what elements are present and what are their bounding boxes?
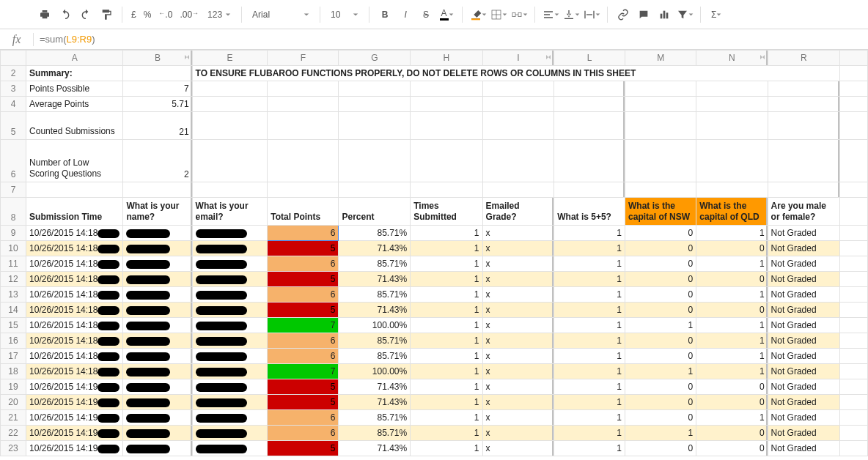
cell[interactable]: 1 (554, 287, 625, 303)
cell[interactable]: Not Graded (768, 379, 840, 395)
cell[interactable]: 1 (411, 426, 482, 441)
cell[interactable]: 1 (411, 287, 482, 303)
col-header[interactable]: N (696, 51, 768, 66)
cell[interactable]: 1 (696, 256, 768, 272)
cell[interactable]: 1 (554, 379, 625, 395)
cell[interactable]: x (482, 379, 554, 395)
cell[interactable]: 1 (696, 318, 768, 333)
cell[interactable]: 1 (696, 226, 768, 241)
cell[interactable]: 85.71% (339, 349, 411, 364)
cell[interactable]: 1 (411, 303, 482, 318)
font-family-dropdown[interactable]: Arial (248, 10, 314, 20)
cell[interactable] (192, 287, 268, 303)
cell[interactable] (192, 256, 268, 272)
cell[interactable]: 10/26/2015 14:18 (26, 318, 123, 333)
cell[interactable]: 1 (411, 395, 482, 410)
cell[interactable]: x (482, 303, 554, 318)
cell[interactable]: 0 (696, 303, 768, 318)
cell[interactable]: 0 (625, 349, 696, 364)
table-row[interactable]: 9 10/26/2015 14:18 6 85.71% 1 x 1 0 1 No… (1, 226, 868, 241)
currency-pound-button[interactable]: £ (128, 10, 139, 20)
cell[interactable]: 10/26/2015 14:18 (26, 287, 123, 303)
column-expand-icon[interactable] (545, 53, 552, 63)
number-format-dropdown[interactable]: 123 (203, 10, 235, 20)
cell[interactable] (123, 441, 192, 456)
cell[interactable]: x (482, 410, 554, 426)
table-row[interactable]: 12 10/26/2015 14:18 5 71.43% 1 x 1 0 0 N… (1, 272, 868, 287)
col-header[interactable]: I (482, 51, 554, 66)
spreadsheet[interactable]: A B E F G H I L M N R 2Summary:TO ENSURE… (0, 50, 868, 460)
cell[interactable]: Average Points (26, 97, 123, 112)
cell-total-points[interactable]: 5 (268, 395, 339, 410)
link-icon[interactable] (614, 5, 633, 24)
cell[interactable]: 85.71% (339, 256, 411, 272)
cell[interactable]: 0 (625, 441, 696, 456)
cell[interactable]: 0 (625, 241, 696, 256)
cell[interactable]: Not Graded (768, 441, 840, 456)
cell[interactable]: 0 (696, 379, 768, 395)
table-row[interactable]: 20 10/26/2015 14:19 5 71.43% 1 x 1 0 0 N… (1, 395, 868, 410)
cell[interactable]: Are you male or female? (768, 198, 840, 226)
increase-decimal-button[interactable]: .00→ (177, 10, 202, 20)
cell-total-points[interactable]: 6 (268, 256, 339, 272)
cell[interactable] (192, 395, 268, 410)
cell[interactable]: x (482, 426, 554, 441)
cell[interactable]: 0 (625, 287, 696, 303)
chart-icon[interactable] (655, 5, 674, 24)
cell[interactable]: 1 (625, 318, 696, 333)
cell-total-points[interactable]: 5 (268, 441, 339, 456)
cell[interactable]: 0 (625, 379, 696, 395)
cell-total-points[interactable]: 6 (268, 333, 339, 349)
cell[interactable] (123, 272, 192, 287)
cell[interactable]: Points Possible (26, 81, 123, 97)
cell[interactable]: 1 (554, 303, 625, 318)
cell-total-points[interactable]: 6 (268, 287, 339, 303)
cell[interactable] (123, 364, 192, 379)
h-align-button[interactable] (541, 5, 560, 24)
cell[interactable]: Counted Submissions (26, 112, 123, 140)
cell[interactable]: 1 (411, 441, 482, 456)
cell[interactable]: 10/26/2015 14:18 (26, 364, 123, 379)
cell[interactable]: 0 (625, 410, 696, 426)
cell[interactable]: 71.43% (339, 272, 411, 287)
cell[interactable]: 1 (625, 364, 696, 379)
cell[interactable]: 1 (411, 226, 482, 241)
cell[interactable]: 10/26/2015 14:19 (26, 441, 123, 456)
table-row[interactable]: 14 10/26/2015 14:18 5 71.43% 1 x 1 0 0 N… (1, 303, 868, 318)
table-row[interactable]: 16 10/26/2015 14:18 6 85.71% 1 x 1 0 1 N… (1, 333, 868, 349)
col-header[interactable]: B (123, 51, 192, 66)
cell[interactable]: 10/26/2015 14:19 (26, 410, 123, 426)
cell[interactable]: Times Submitted (411, 198, 482, 226)
cell[interactable] (192, 379, 268, 395)
cell[interactable]: 1 (625, 426, 696, 441)
decrease-decimal-button[interactable]: ←.0 (155, 10, 175, 20)
cell[interactable]: 1 (554, 364, 625, 379)
column-expand-icon[interactable] (759, 53, 766, 63)
cell[interactable]: 5.71 (123, 97, 192, 112)
cell[interactable]: Not Graded (768, 241, 840, 256)
cell[interactable]: Not Graded (768, 333, 840, 349)
cell[interactable]: 85.71% (339, 226, 411, 241)
cell[interactable] (123, 426, 192, 441)
cell[interactable]: Not Graded (768, 349, 840, 364)
cell[interactable]: What is the capital of NSW (625, 198, 696, 226)
cell[interactable] (192, 226, 268, 241)
cell[interactable]: Total Points (268, 198, 339, 226)
table-row[interactable]: 19 10/26/2015 14:19 5 71.43% 1 x 1 0 0 N… (1, 379, 868, 395)
col-header[interactable]: F (268, 51, 339, 66)
cell[interactable]: 1 (411, 410, 482, 426)
cell[interactable]: 1 (696, 410, 768, 426)
table-row[interactable]: 15 10/26/2015 14:18 7 100.00% 1 x 1 1 1 … (1, 318, 868, 333)
cell[interactable]: What is your email? (192, 198, 268, 226)
cell[interactable]: 10/26/2015 14:18 (26, 226, 123, 241)
cell[interactable] (123, 333, 192, 349)
cell[interactable]: Number of Low Scoring Questions (26, 140, 123, 182)
cell[interactable]: 0 (625, 256, 696, 272)
col-header[interactable]: H (411, 51, 482, 66)
cell[interactable]: 0 (625, 395, 696, 410)
cell[interactable]: 1 (554, 410, 625, 426)
cell[interactable]: 71.43% (339, 379, 411, 395)
cell[interactable]: 1 (696, 287, 768, 303)
undo-icon[interactable] (56, 5, 75, 24)
cell[interactable]: 1 (411, 364, 482, 379)
